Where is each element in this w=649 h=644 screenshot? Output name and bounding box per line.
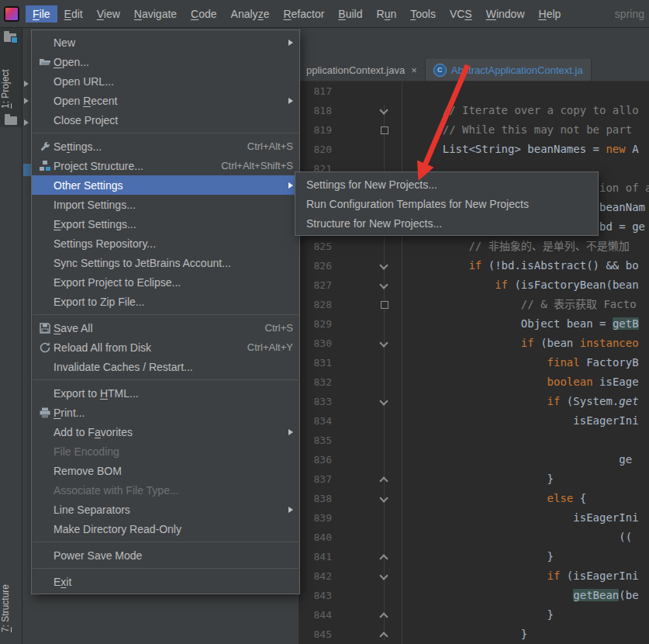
menu-item-save-all[interactable]: Save AllCtrl+S	[32, 318, 299, 338]
menu-item-close-project[interactable]: Close Project	[32, 110, 299, 130]
file-menu-popup: NewOpen...Open URL...Open RecentClose Pr…	[31, 29, 300, 594]
fold-marker-icon[interactable]	[375, 392, 394, 411]
tree-expand-icon[interactable]	[24, 98, 29, 104]
menu-item-print[interactable]: Print...	[32, 403, 299, 422]
menu-icon-spacer	[36, 465, 54, 477]
menu-item-open-url[interactable]: Open URL...	[32, 71, 299, 91]
menu-item-label: Other Settings	[54, 179, 123, 192]
fold-marker-icon[interactable]	[375, 469, 394, 489]
code-text: if (System.get	[416, 392, 639, 411]
menu-item-make-directory-read-only[interactable]: Make Directory Read-Only	[32, 519, 299, 538]
code-line: 844 }	[299, 605, 649, 625]
menubar-item-build[interactable]: Build	[331, 5, 369, 23]
tree-expand-icon[interactable]	[24, 119, 29, 126]
tree-expand-icon[interactable]	[24, 81, 29, 87]
fold-marker-icon[interactable]	[375, 605, 394, 625]
menubar-item-analyze[interactable]: Analyze	[224, 5, 277, 23]
menu-item-settings[interactable]: Settings...Ctrl+Alt+S	[32, 137, 299, 156]
floppy-icon	[36, 322, 54, 334]
menu-item-remove-bom[interactable]: Remove BOM	[32, 461, 299, 480]
editor-tab-1[interactable]: pplicationContext.java×	[299, 59, 426, 81]
menu-item-import-settings[interactable]: Import Settings...	[32, 195, 299, 214]
menubar-item-code[interactable]: Code	[184, 5, 223, 23]
menu-icon-spacer	[36, 114, 54, 126]
code-line: 841 }	[299, 547, 649, 566]
menubar-item-file[interactable]: File	[26, 5, 57, 23]
code-text: else {	[416, 489, 586, 508]
code-line: 837 }	[299, 469, 649, 489]
menu-item-label: Associate with File Type...	[54, 484, 179, 497]
menubar-item-refactor[interactable]: Refactor	[276, 5, 331, 23]
menubar-item-navigate[interactable]: Navigate	[127, 5, 184, 23]
fold-marker-icon[interactable]	[375, 295, 394, 314]
editor-tab-2[interactable]: CAbstractApplicationContext.ja	[426, 59, 592, 81]
submenu-item-settings-for-new-projects[interactable]: Settings for New Projects...	[295, 175, 598, 194]
code-line: 833 if (System.get	[299, 392, 649, 411]
menu-item-label: Remove BOM	[54, 465, 122, 477]
menu-item-open-recent[interactable]: Open Recent	[32, 91, 299, 110]
menu-item-label: Import Settings...	[54, 199, 136, 211]
menubar-item-tools[interactable]: Tools	[403, 5, 443, 23]
fold-marker-icon[interactable]	[375, 625, 394, 644]
menu-item-settings-repository[interactable]: Settings Repository...	[32, 234, 299, 253]
menubar-item-view[interactable]: View	[90, 5, 127, 23]
fold-marker-icon[interactable]	[375, 334, 394, 353]
main-menubar: FileEditViewNavigateCodeAnalyzeRefactorB…	[0, 0, 649, 28]
menubar-item-help[interactable]: Help	[532, 5, 568, 23]
menu-item-new[interactable]: New	[32, 33, 299, 52]
fold-marker-icon[interactable]	[375, 489, 394, 508]
toolwindow-button-structure[interactable]: 7: Structure	[0, 575, 22, 642]
menu-item-line-separators[interactable]: Line Separators	[32, 500, 299, 519]
menu-item-export-settings[interactable]: Export Settings...	[32, 214, 299, 234]
fold-marker-icon[interactable]	[375, 275, 394, 295]
menubar-item-edit[interactable]: Edit	[57, 5, 90, 23]
line-number: 840	[299, 528, 332, 547]
fold-marker-icon[interactable]	[375, 256, 394, 275]
code-line: 839 isEagerIni	[299, 508, 649, 528]
code-text: // Iterate over a copy to allo	[416, 101, 639, 120]
code-text: List<String> beanNames = new A	[416, 140, 639, 159]
code-text: // 非抽象的、是单列、不是懒加	[416, 237, 630, 256]
menu-item-project-structure[interactable]: Project Structure...Ctrl+Alt+Shift+S	[32, 156, 299, 175]
menubar-item-run[interactable]: Run	[370, 5, 404, 23]
line-number: 834	[299, 411, 332, 431]
line-number: 844	[299, 605, 332, 625]
menu-item-label: Print...	[54, 407, 85, 419]
code-text: // & 表示获取 Facto	[416, 295, 637, 314]
code-line: 820 List<String> beanNames = new A	[299, 140, 649, 159]
menu-item-power-save-mode[interactable]: Power Save Mode	[32, 545, 299, 565]
menu-item-export-project-to-eclipse[interactable]: Export Project to Eclipse...	[32, 272, 299, 292]
menu-item-exit[interactable]: Exit	[32, 572, 299, 591]
menu-icon-spacer	[36, 237, 54, 250]
tab-close-icon[interactable]: ×	[411, 64, 417, 76]
code-line: 829 Object bean = getB	[299, 314, 649, 334]
submenu-item-structure-for-new-projects[interactable]: Structure for New Projects...	[295, 213, 598, 233]
fold-marker-icon[interactable]	[375, 547, 394, 566]
menu-item-invalidate-caches-restart[interactable]: Invalidate Caches / Restart...	[32, 357, 299, 376]
menu-item-other-settings[interactable]: Other Settings	[32, 175, 299, 195]
menu-item-open[interactable]: Open...	[32, 52, 299, 71]
code-line: 838 else {	[299, 489, 649, 508]
menubar-item-vcs[interactable]: VCS	[443, 5, 479, 23]
fold-marker-icon[interactable]	[375, 101, 394, 120]
code-line: 830 if (bean instanceo	[299, 334, 649, 353]
fold-marker-icon[interactable]	[375, 120, 394, 140]
menu-item-export-to-html[interactable]: Export to HTML...	[32, 383, 299, 403]
fold-marker-icon[interactable]	[375, 566, 394, 586]
menu-item-add-to-favorites[interactable]: Add to Favorites	[32, 422, 299, 441]
menu-item-export-to-zip-file[interactable]: Export to Zip File...	[32, 292, 299, 311]
menu-item-reload-all-from-disk[interactable]: Reload All from DiskCtrl+Alt+Y	[32, 338, 299, 357]
submenu-item-run-configuration-templates-for-new-projects[interactable]: Run Configuration Templates for New Proj…	[295, 194, 598, 213]
menubar-item-window[interactable]: Window	[479, 5, 532, 23]
line-number: 827	[299, 275, 332, 295]
line-number: 828	[299, 295, 332, 314]
code-text: if (isEagerIni	[416, 566, 639, 586]
line-number: 817	[299, 81, 332, 101]
project-tool-icon[interactable]	[4, 33, 16, 42]
submenu-arrow-icon	[288, 182, 293, 189]
tab-label: AbstractApplicationContext.ja	[451, 64, 583, 76]
left-toolwindow-bar: 1: Project 7: Structure	[0, 27, 22, 644]
menu-icon-spacer	[36, 523, 54, 535]
code-view[interactable]: 817818 // Iterate over a copy to allo819…	[299, 81, 649, 644]
menu-item-sync-settings-to-jetbrains-account[interactable]: Sync Settings to JetBrains Account...	[32, 253, 299, 272]
